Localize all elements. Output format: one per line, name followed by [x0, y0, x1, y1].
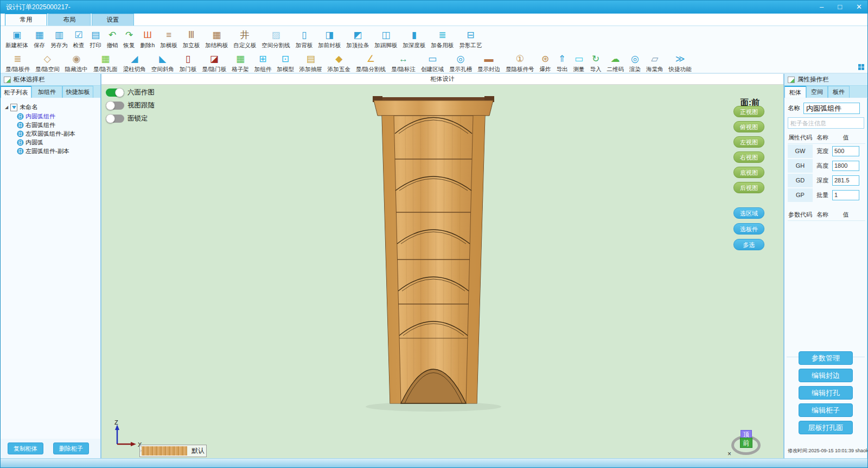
- toolbar-button[interactable]: ⊡ 加模型: [274, 53, 297, 74]
- cabinet-model[interactable]: [341, 92, 526, 418]
- toolbar-button[interactable]: ▯ 加背板: [293, 29, 316, 50]
- toolbar-button[interactable]: ▭ 测量: [571, 53, 588, 74]
- panel-action-button[interactable]: 参数管理: [799, 351, 853, 365]
- orientation-compass[interactable]: 顶 前: [731, 430, 762, 455]
- toggle-switch[interactable]: [106, 102, 124, 110]
- remark-input[interactable]: [788, 117, 864, 129]
- toolbar-button[interactable]: ⊞ 加组件: [252, 53, 275, 74]
- ribbon-tab[interactable]: 布局: [48, 14, 91, 26]
- toolbar-button[interactable]: ◆ 添加五金: [325, 53, 353, 74]
- panel-tab[interactable]: 加组件: [31, 86, 62, 98]
- compass-top-face[interactable]: 顶: [741, 430, 752, 438]
- compass-front-face[interactable]: 前: [740, 438, 752, 448]
- toolbar-button[interactable]: ≣ 显/隐板件: [3, 53, 33, 74]
- view-button[interactable]: 底视图: [733, 167, 764, 178]
- toolbar-button[interactable]: ☁ 二维码: [604, 53, 627, 74]
- toolbar-button[interactable]: ◫ 加踢脚板: [372, 29, 400, 50]
- ribbon-tab[interactable]: 常用: [5, 14, 47, 26]
- toolbar-button[interactable]: ▱ 海棠角: [643, 53, 666, 74]
- toolbar-button[interactable]: ☑ 检查: [71, 29, 87, 50]
- toolbar-button[interactable]: 井 自定义板: [231, 29, 259, 50]
- toolbar-button[interactable]: ◢ 梁柱切角: [120, 53, 149, 74]
- toolbar-button[interactable]: ◎ 渲染: [627, 53, 643, 74]
- layout-grid-icon[interactable]: [858, 64, 864, 70]
- select-mode-button[interactable]: 多选: [733, 239, 764, 250]
- view-button[interactable]: 右视图: [733, 151, 764, 163]
- panel-action-button[interactable]: 编辑柜子: [799, 403, 853, 417]
- toolbar-button[interactable]: ↶ 撤销: [104, 29, 121, 50]
- toggle-switch[interactable]: [106, 88, 124, 97]
- toolbar-button[interactable]: ▦ 加结构板: [202, 29, 231, 50]
- toolbar-button[interactable]: ◩ 加顶拉条: [343, 29, 372, 50]
- canvas-toggle[interactable]: 面锁定: [106, 114, 155, 123]
- toolbar-button[interactable]: ▮ 加深度板: [400, 29, 428, 50]
- ribbon-tab[interactable]: 设置: [92, 14, 134, 26]
- panel-tab[interactable]: 柜体: [784, 86, 806, 98]
- toolbar-button[interactable]: ▥ 另存为: [48, 29, 71, 50]
- cabinet-list-button[interactable]: 复制柜体: [8, 442, 43, 454]
- toggle-switch[interactable]: [106, 115, 124, 123]
- toolbar-button[interactable]: ↔ 显/隐标注: [388, 53, 418, 74]
- toolbar-button[interactable]: ⇑ 导出: [554, 53, 571, 74]
- toolbar-button[interactable]: ▭ 创建区域: [418, 53, 446, 74]
- view-button[interactable]: 正视图: [733, 106, 764, 117]
- toolbar-button[interactable]: Ш 删除h: [138, 29, 158, 50]
- tree-item[interactable]: 左圆弧组件-副本: [5, 147, 100, 155]
- toolbar-button[interactable]: ▬ 显示封边: [475, 53, 503, 74]
- toolbar-button[interactable]: ▨ 空间分割线: [259, 29, 293, 50]
- tree-root[interactable]: ◢ 未命名: [5, 103, 100, 112]
- toolbar-button[interactable]: ≫ 快捷功能: [666, 53, 694, 74]
- panel-tab[interactable]: 快捷加板: [62, 86, 93, 98]
- canvas-toggle[interactable]: 视图跟随: [106, 101, 155, 110]
- toolbar-button[interactable]: ▣ 新建柜体: [3, 29, 31, 50]
- panel-tab[interactable]: 空间: [806, 86, 828, 98]
- attribute-value-input[interactable]: 500: [832, 146, 859, 156]
- attribute-value-input[interactable]: 1: [832, 190, 859, 200]
- cabinet-name-input[interactable]: [803, 103, 860, 114]
- attribute-value-input[interactable]: 281.5: [832, 175, 859, 186]
- toolbar-button[interactable]: ▦ 格子架: [229, 53, 252, 74]
- select-mode-button[interactable]: 选区域: [733, 207, 764, 219]
- minimize-button[interactable]: –: [820, 1, 824, 14]
- toolbar-button[interactable]: ∠ 显/隐分割线: [353, 53, 388, 74]
- toolbar-button[interactable]: ≡ 加横板: [157, 29, 180, 50]
- toolbar-button[interactable]: ◉ 隐藏选中: [62, 53, 91, 74]
- maximize-button[interactable]: □: [838, 1, 842, 14]
- panel-action-button[interactable]: 编辑封边: [799, 369, 853, 382]
- toolbar-button[interactable]: ▤ 打印: [87, 29, 104, 50]
- canvas-viewport[interactable]: 六面作图 视图跟随 面锁定 面:前 正视图俯视图左视图右视图底视图后视图 选区域…: [101, 85, 783, 458]
- material-swatch[interactable]: 默认: [139, 445, 207, 457]
- toolbar-button[interactable]: ▯ 加门板: [177, 53, 200, 74]
- panel-tab[interactable]: 柜子列表: [1, 86, 31, 98]
- toolbar-button[interactable]: ◎ 显示孔槽: [446, 53, 475, 74]
- toolbar-button[interactable]: ◪ 显/隐门板: [199, 53, 229, 74]
- attribute-value-input[interactable]: 1800: [832, 161, 859, 171]
- toolbar-button[interactable]: ↷ 恢复: [121, 29, 138, 50]
- tree-item[interactable]: 内圆弧: [5, 138, 100, 147]
- toolbar-button[interactable]: ▦ 保存: [31, 29, 48, 50]
- tree-item[interactable]: 右圆弧组件: [5, 121, 100, 129]
- toolbar-button[interactable]: ◣ 空间斜角: [149, 53, 177, 74]
- toolbar-button[interactable]: ◨ 加前封板: [315, 29, 343, 50]
- panel-tab[interactable]: 板件: [828, 86, 850, 98]
- toolbar-button[interactable]: ↻ 导入: [588, 53, 604, 74]
- select-mode-button[interactable]: 选板件: [733, 223, 764, 235]
- tree-item[interactable]: 左双圆弧组件-副本: [5, 129, 100, 138]
- view-button[interactable]: 左视图: [733, 136, 764, 148]
- toolbar-button[interactable]: ⊛ 爆炸: [537, 53, 554, 74]
- toolbar-button[interactable]: ▤ 添加抽屉: [297, 53, 325, 74]
- cabinet-list-button[interactable]: 删除柜子: [53, 442, 89, 454]
- tree-item[interactable]: 内圆弧组件: [5, 112, 100, 121]
- view-button[interactable]: 俯视图: [733, 121, 764, 132]
- close-button[interactable]: ✕: [856, 1, 862, 14]
- view-button[interactable]: 后视图: [733, 182, 764, 193]
- toolbar-button[interactable]: ▦ 显/隐孔面: [91, 53, 120, 74]
- panel-action-button[interactable]: 层板打孔面: [799, 421, 853, 434]
- toolbar-button[interactable]: ⊟ 异形工艺: [456, 29, 484, 50]
- canvas-toggle[interactable]: 六面作图: [106, 88, 155, 97]
- toolbar-button[interactable]: ≣ 加备用板: [428, 29, 456, 50]
- toolbar-button[interactable]: Ⅲ 加立板: [180, 29, 203, 50]
- expander-icon[interactable]: ◢: [5, 105, 8, 110]
- toolbar-button[interactable]: ◇ 显/隐空间: [33, 53, 62, 74]
- panel-action-button[interactable]: 编辑打孔: [799, 386, 853, 400]
